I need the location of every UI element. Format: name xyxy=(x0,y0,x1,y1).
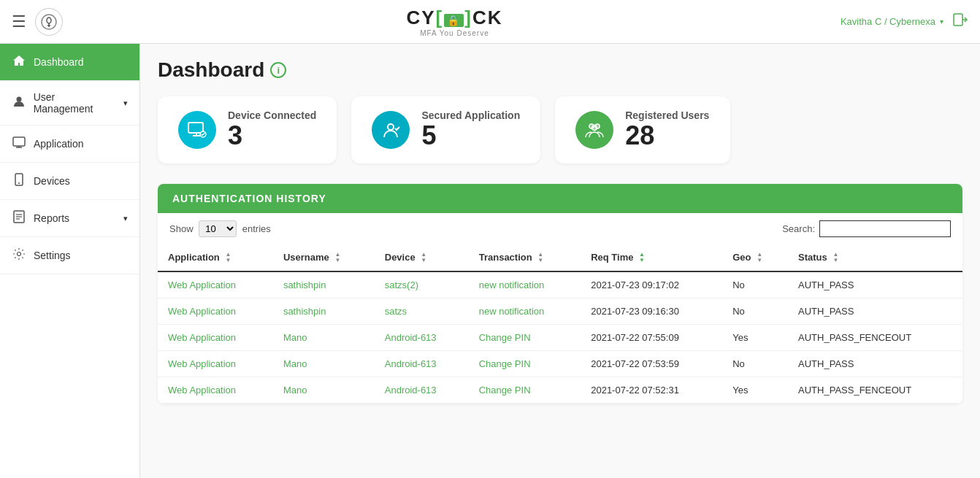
registered-users-label: Registered Users xyxy=(625,109,709,121)
search-area: Search: xyxy=(782,220,951,237)
col-transaction[interactable]: Transaction ▲▼ xyxy=(469,244,581,272)
sidebar-item-application[interactable]: Application xyxy=(0,126,139,163)
user-menu[interactable]: Kavitha C / Cybernexa ▾ xyxy=(841,16,943,27)
stat-card-secured-application-text: Secured Application 5 xyxy=(421,109,520,150)
col-application-label: Application xyxy=(168,252,220,263)
reports-arrow: ▾ xyxy=(123,214,128,223)
col-device[interactable]: Device ▲▼ xyxy=(375,244,469,272)
col-geo[interactable]: Geo ▲▼ xyxy=(722,244,788,272)
table-wrapper: Application ▲▼ Username ▲▼ Device ▲▼ xyxy=(158,244,962,404)
sidebar: Dashboard User Management ▾ Application xyxy=(0,44,140,478)
auth-history-section: AUTHENTICATION HISTORY Show 10 25 50 100… xyxy=(158,184,962,404)
cell-device: Android-613 xyxy=(375,377,469,404)
svg-point-26 xyxy=(592,125,597,130)
user-dropdown-arrow: ▾ xyxy=(940,18,943,26)
cell-username: Mano xyxy=(273,325,375,351)
secured-application-value: 5 xyxy=(421,121,520,150)
col-device-label: Device xyxy=(385,252,416,263)
cell-status: AUTH_PASS xyxy=(788,298,962,325)
cell-device: Android-613 xyxy=(375,351,469,377)
entries-label: entries xyxy=(242,223,271,234)
cell-device: satzs(2) xyxy=(375,271,469,298)
stat-cards: Device Connected 3 Secured Application 5 xyxy=(158,96,962,163)
cell-application: Web Application xyxy=(158,325,273,351)
sidebar-item-reports[interactable]: Reports ▾ xyxy=(0,200,139,237)
stat-card-secured-application: Secured Application 5 xyxy=(351,96,540,163)
home-icon xyxy=(12,54,26,70)
main-layout: Dashboard User Management ▾ Application xyxy=(0,44,980,478)
cell-geo: Yes xyxy=(722,325,788,351)
page-title: Dashboard xyxy=(158,58,264,82)
application-icon xyxy=(12,136,26,152)
search-label: Search: xyxy=(782,223,815,234)
svg-point-11 xyxy=(18,182,20,184)
table-header: Application ▲▼ Username ▲▼ Device ▲▼ xyxy=(158,244,962,272)
col-req-time-label: Req Time xyxy=(591,252,633,263)
topnav: ☰ CY[🔒]CK MFA You Deserve Kavitha C / Cy… xyxy=(0,0,980,44)
cell-status: AUTH_PASS_FENCEOUT xyxy=(788,325,962,351)
brand-tagline: MFA You Deserve xyxy=(420,29,489,37)
registered-users-icon xyxy=(575,111,613,149)
secured-application-icon xyxy=(372,111,410,149)
entries-control: Show 10 25 50 100 entries xyxy=(169,220,271,237)
col-username-sort: ▲▼ xyxy=(334,252,340,263)
cell-transaction: new notification xyxy=(469,298,581,325)
table-row: Web Application Mano Android-613 Change … xyxy=(158,325,962,351)
table-row: Web Application Mano Android-613 Change … xyxy=(158,351,962,377)
col-application-sort: ▲▼ xyxy=(225,252,231,263)
sidebar-item-user-management[interactable]: User Management ▾ xyxy=(0,81,139,126)
sidebar-label-reports: Reports xyxy=(34,212,69,224)
page-title-area: Dashboard i xyxy=(158,58,962,82)
info-icon[interactable]: i xyxy=(270,62,286,78)
col-req-time[interactable]: Req Time ▲▼ xyxy=(581,244,722,272)
sidebar-item-devices[interactable]: Devices xyxy=(0,163,139,200)
auth-history-controls: Show 10 25 50 100 entries Search: xyxy=(158,213,962,244)
cell-application: Web Application xyxy=(158,377,273,404)
logout-button[interactable] xyxy=(952,12,968,31)
cell-username: sathishpin xyxy=(273,271,375,298)
auth-history-header: AUTHENTICATION HISTORY xyxy=(158,184,962,213)
sidebar-item-settings[interactable]: Settings xyxy=(0,237,139,274)
svg-point-23 xyxy=(388,124,394,130)
auth-table: Application ▲▼ Username ▲▼ Device ▲▼ xyxy=(158,244,962,404)
device-connected-label: Device Connected xyxy=(228,109,316,121)
cell-application: Web Application xyxy=(158,351,273,377)
table-row: Web Application sathishpin satzs new not… xyxy=(158,298,962,325)
col-geo-label: Geo xyxy=(732,252,751,263)
registered-users-value: 28 xyxy=(625,121,709,150)
col-status[interactable]: Status ▲▼ xyxy=(788,244,962,272)
search-input[interactable] xyxy=(819,220,951,237)
cell-transaction: new notification xyxy=(469,271,581,298)
cell-device: satzs xyxy=(375,298,469,325)
hamburger-icon[interactable]: ☰ xyxy=(12,12,26,31)
cell-geo: No xyxy=(722,271,788,298)
col-username-label: Username xyxy=(283,252,329,263)
col-application[interactable]: Application ▲▼ xyxy=(158,244,273,272)
cell-geo: Yes xyxy=(722,377,788,404)
user-management-icon xyxy=(12,95,26,111)
entries-select[interactable]: 10 25 50 100 xyxy=(199,220,237,237)
cell-transaction: Change PIN xyxy=(469,377,581,404)
col-username[interactable]: Username ▲▼ xyxy=(273,244,375,272)
sidebar-item-dashboard[interactable]: Dashboard xyxy=(0,44,139,81)
sidebar-label-dashboard: Dashboard xyxy=(34,56,84,68)
cell-geo: No xyxy=(722,298,788,325)
cell-req-time: 2021-07-22 07:53:59 xyxy=(581,351,722,377)
cell-status: AUTH_PASS xyxy=(788,351,962,377)
stat-card-device-connected-text: Device Connected 3 xyxy=(228,109,316,150)
cell-status: AUTH_PASS xyxy=(788,271,962,298)
cell-username: Mano xyxy=(273,351,375,377)
cell-application: Web Application xyxy=(158,271,273,298)
svg-point-6 xyxy=(16,97,21,102)
cell-req-time: 2021-07-23 09:16:30 xyxy=(581,298,722,325)
brand-area: CY[🔒]CK MFA You Deserve xyxy=(69,7,841,37)
user-management-arrow: ▾ xyxy=(123,99,128,108)
table-row: Web Application Mano Android-613 Change … xyxy=(158,377,962,404)
table-body: Web Application sathishpin satzs(2) new … xyxy=(158,271,962,404)
svg-rect-17 xyxy=(188,123,203,133)
main-content: Dashboard i Device Connected xyxy=(140,44,980,478)
device-connected-value: 3 xyxy=(228,121,316,150)
device-connected-icon xyxy=(178,111,216,149)
col-geo-sort: ▲▼ xyxy=(757,252,762,263)
cell-transaction: Change PIN xyxy=(469,351,581,377)
